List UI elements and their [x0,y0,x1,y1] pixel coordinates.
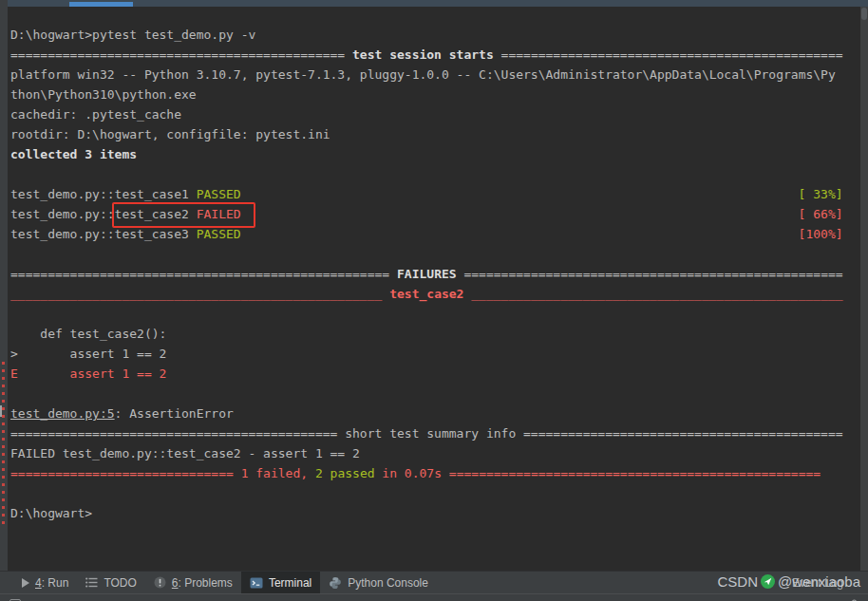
terminal-text: 2 passed [315,463,375,483]
terminal-text: thon\Python310\python.exe [10,85,197,104]
terminal-text: ============================== [10,463,241,483]
terminal-text: test_demo.py::test_case1 [10,184,197,204]
terminal-line: ========================================… [10,423,843,443]
progress-percent: [ 33%] [799,184,843,204]
tab-terminal-label: Terminal [269,576,311,590]
tab-problems-label: 6: Problems [172,576,233,590]
terminal-line: collected 3 items [10,144,843,164]
terminal-text: ________________________________________… [10,284,389,304]
terminal-text: platform win32 -- Python 3.10.7, pytest-… [10,65,836,85]
terminal-line: D:\hogwart>pytest test_demo.py -v [10,25,843,45]
tab-problems[interactable]: 6: Problems [145,572,241,593]
terminal-text: test_demo.py::test_case2 [10,204,197,224]
terminal-text: PASSED [197,224,241,244]
watermark-user: @wenxiaoba [778,573,860,590]
terminal-text: rootdir: D:\hogwart, configfile: pytest.… [10,124,330,144]
terminal-text: in 0.07s [375,463,449,483]
terminal-line: ________________________________________… [10,284,843,304]
terminal-text: FAILED test_demo.py::test_case2 - assert… [10,443,360,463]
terminal-line: def test_case2(): [10,324,843,344]
terminal-text: test session starts [352,45,494,65]
terminal-line: ============================== 1 failed,… [10,463,843,483]
terminal-text: > assert 1 == 2 [10,344,166,364]
terminal-text: collected 3 items [10,144,137,164]
terminal-line: rootdir: D:\hogwart, configfile: pytest.… [10,124,843,144]
error-circle-icon [154,576,166,589]
terminal-text: test_demo.py::test_case3 [10,224,197,244]
terminal-text: ________________________________________… [463,284,842,304]
terminal-line: ========================================… [10,264,843,284]
terminal-line: test_demo.py::test_case1 PASSED[ 33%] [10,184,843,204]
terminal-text: ========================================… [449,463,821,483]
terminal-line: cachedir: .pytest_cache [10,104,843,124]
terminal-text: : AssertionError [115,404,234,423]
python-icon [329,576,342,590]
terminal-line: test_demo.py:5: AssertionError [10,404,843,423]
status-bar: PEP 8: W292 no newline at end of file 9:… [0,593,868,601]
file-link[interactable]: test_demo.py:5 [10,404,115,423]
terminal-text: ========================================… [10,264,397,284]
terminal-text: D:\hogwart> [10,503,92,523]
tab-python-console[interactable]: Python Console [320,572,437,593]
terminal-text: ========================================… [457,264,843,284]
error-stripe-marks [2,362,5,525]
tab-python-console-label: Python Console [348,576,428,590]
watermark-avatar-icon [761,574,775,589]
ide-window: D:\hogwart>pytest test_demo.py -v=======… [0,0,868,601]
terminal-line: thon\Python310\python.exe [10,85,843,104]
terminal-text: FAILURES [397,264,457,284]
terminal-text: PASSED [197,184,241,204]
terminal-text: ========================================… [494,45,843,65]
terminal-line: > assert 1 == 2 [10,344,843,364]
terminal-line: E assert 1 == 2 [10,364,843,384]
terminal-line: FAILED test_demo.py::test_case2 - assert… [10,443,843,463]
terminal-output[interactable]: D:\hogwart>pytest test_demo.py -v=======… [8,7,860,571]
terminal-line [10,244,843,264]
left-gutter-stripe [0,0,8,571]
terminal-line [10,304,843,324]
toolwindow-top-bar [8,0,868,7]
terminal-line [10,483,843,503]
terminal-line: D:\hogwart> [10,503,843,523]
tab-todo-label: TODO [104,576,136,590]
terminal-line: ========================================… [10,45,843,65]
terminal-text: 1 failed, [241,463,315,483]
scrollbar-thumb[interactable] [861,8,867,20]
terminal-text: def test_case2(): [10,324,166,344]
terminal-text: test_case2 [389,284,463,304]
todo-list-icon [85,577,98,588]
play-icon [22,578,29,588]
terminal-text: D:\hogwart>pytest test_demo.py -v [10,25,255,45]
tab-run-label: 4: Run [35,576,68,590]
csdn-watermark: CSDN @wenxiaoba [718,573,860,590]
terminal-line: test_demo.py::test_case3 PASSED[100%] [10,224,843,244]
terminal-text: E assert 1 == 2 [10,364,166,384]
tab-run[interactable]: 4: Run [13,572,77,593]
progress-percent: [100%] [799,224,843,244]
terminal-icon [250,576,263,590]
tab-todo[interactable]: TODO [77,572,144,593]
terminal-text: FAILED [197,204,241,224]
terminal-text: ========================================… [10,45,352,65]
terminal-line: test_demo.py::test_case2 FAILED[ 66%] [10,204,843,224]
watermark-brand: CSDN [718,573,759,590]
terminal-line [10,384,843,404]
caret-stripe-mark [0,405,2,417]
terminal-line: platform win32 -- Python 3.10.7, pytest-… [10,65,843,85]
tab-terminal[interactable]: Terminal [241,572,320,593]
scrollbar-track[interactable] [860,7,868,571]
terminal-text: cachedir: .pytest_cache [10,104,181,124]
terminal-text: ========================================… [10,423,843,443]
terminal-line [10,164,843,184]
progress-percent: [ 66%] [799,204,843,224]
